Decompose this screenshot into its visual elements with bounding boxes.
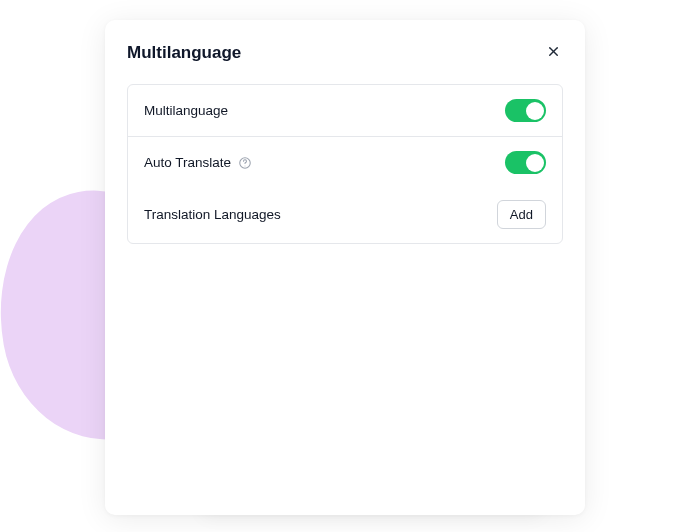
multilanguage-modal: Multilanguage Multilanguage Auto Transla… bbox=[105, 20, 585, 515]
settings-section: Multilanguage Auto Translate Translation… bbox=[127, 84, 563, 244]
svg-point-23 bbox=[245, 165, 246, 166]
help-icon[interactable] bbox=[238, 156, 252, 170]
multilanguage-label: Multilanguage bbox=[144, 103, 228, 118]
close-icon bbox=[546, 44, 561, 59]
auto-translate-row: Auto Translate bbox=[128, 137, 562, 188]
close-button[interactable] bbox=[544, 42, 563, 64]
translation-languages-row: Translation Languages Add bbox=[128, 188, 562, 243]
auto-translate-label-wrap: Auto Translate bbox=[144, 155, 252, 170]
auto-translate-toggle[interactable] bbox=[505, 151, 546, 174]
translation-languages-label: Translation Languages bbox=[144, 207, 281, 222]
multilanguage-row: Multilanguage bbox=[128, 85, 562, 136]
auto-translate-block: Auto Translate Translation Languages Add bbox=[128, 136, 562, 243]
modal-header: Multilanguage bbox=[127, 42, 563, 84]
auto-translate-label: Auto Translate bbox=[144, 155, 231, 170]
modal-title: Multilanguage bbox=[127, 43, 241, 63]
add-language-button[interactable]: Add bbox=[497, 200, 546, 229]
multilanguage-toggle[interactable] bbox=[505, 99, 546, 122]
